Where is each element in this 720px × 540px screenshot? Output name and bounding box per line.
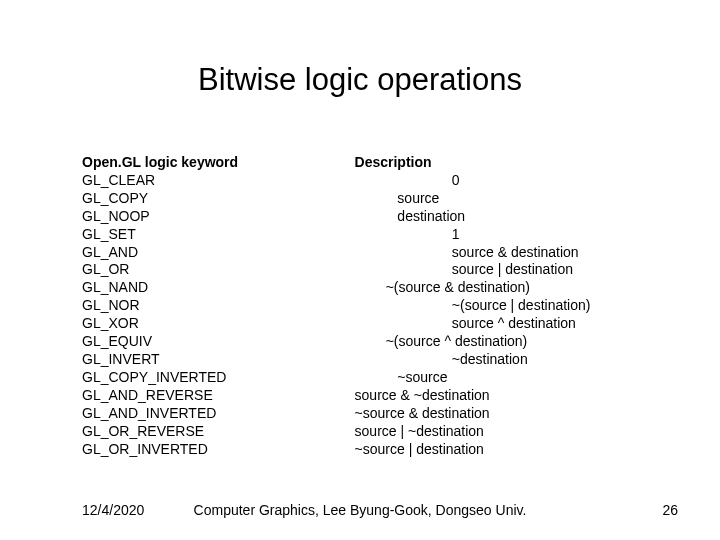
- cell-description: source | destination: [355, 261, 642, 279]
- header-description: Description: [355, 154, 642, 172]
- table-row: GL_NOR ~(source | destination): [82, 297, 642, 315]
- cell-keyword: GL_SET: [82, 226, 355, 244]
- table-row: GL_COPY_INVERTED ~source: [82, 369, 642, 387]
- table-row: GL_INVERT ~destination: [82, 351, 642, 369]
- cell-keyword: GL_NAND: [82, 279, 355, 297]
- cell-description: destination: [355, 208, 642, 226]
- cell-keyword: GL_AND_REVERSE: [82, 387, 355, 405]
- cell-description: ~source & destination: [355, 405, 642, 423]
- table-row: GL_OR_INVERTED~source | destination: [82, 441, 642, 459]
- footer-center: Computer Graphics, Lee Byung-Gook, Dongs…: [0, 502, 720, 518]
- cell-keyword: GL_NOOP: [82, 208, 355, 226]
- cell-description: ~destination: [355, 351, 642, 369]
- cell-description: ~(source | destination): [355, 297, 642, 315]
- cell-description: source | ~destination: [355, 423, 642, 441]
- cell-description: ~(source ^ destination): [355, 333, 642, 351]
- cell-description: 1: [355, 226, 642, 244]
- cell-description: source: [355, 190, 642, 208]
- table-row: GL_OR source | destination: [82, 261, 642, 279]
- cell-description: ~source: [355, 369, 642, 387]
- cell-keyword: GL_OR_INVERTED: [82, 441, 355, 459]
- cell-keyword: GL_OR_REVERSE: [82, 423, 355, 441]
- table-row: GL_AND source & destination: [82, 244, 642, 262]
- cell-keyword: GL_INVERT: [82, 351, 355, 369]
- table-row: GL_AND_REVERSEsource & ~destination: [82, 387, 642, 405]
- table-row: GL_NAND ~(source & destination): [82, 279, 642, 297]
- table-body: GL_CLEAR 0GL_COPY sourceGL_NOOP destinat…: [82, 172, 642, 459]
- table-header-row: Open.GL logic keyword Description: [82, 154, 642, 172]
- table-row: GL_XOR source ^ destination: [82, 315, 642, 333]
- cell-keyword: GL_AND: [82, 244, 355, 262]
- cell-description: source & ~destination: [355, 387, 642, 405]
- cell-keyword: GL_COPY_INVERTED: [82, 369, 355, 387]
- cell-keyword: GL_CLEAR: [82, 172, 355, 190]
- slide-title: Bitwise logic operations: [0, 62, 720, 98]
- cell-keyword: GL_EQUIV: [82, 333, 355, 351]
- content-area: Open.GL logic keyword Description GL_CLE…: [82, 154, 642, 458]
- slide: Bitwise logic operations Open.GL logic k…: [0, 0, 720, 540]
- table-row: GL_OR_REVERSEsource | ~destination: [82, 423, 642, 441]
- cell-description: source & destination: [355, 244, 642, 262]
- table-row: GL_COPY source: [82, 190, 642, 208]
- cell-keyword: GL_OR: [82, 261, 355, 279]
- cell-keyword: GL_COPY: [82, 190, 355, 208]
- cell-description: 0: [355, 172, 642, 190]
- table-row: GL_EQUIV ~(source ^ destination): [82, 333, 642, 351]
- footer-page: 26: [662, 502, 678, 518]
- table-row: GL_CLEAR 0: [82, 172, 642, 190]
- header-keyword: Open.GL logic keyword: [82, 154, 355, 172]
- cell-keyword: GL_XOR: [82, 315, 355, 333]
- table-row: GL_AND_INVERTED~source & destination: [82, 405, 642, 423]
- cell-description: ~source | destination: [355, 441, 642, 459]
- cell-keyword: GL_NOR: [82, 297, 355, 315]
- table-row: GL_SET 1: [82, 226, 642, 244]
- table-row: GL_NOOP destination: [82, 208, 642, 226]
- cell-keyword: GL_AND_INVERTED: [82, 405, 355, 423]
- cell-description: source ^ destination: [355, 315, 642, 333]
- cell-description: ~(source & destination): [355, 279, 642, 297]
